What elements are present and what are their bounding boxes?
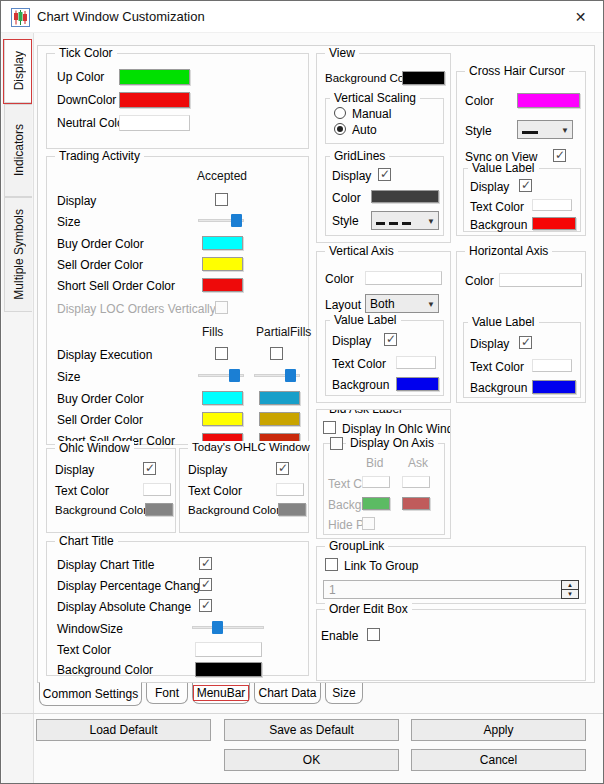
up-color-label: Up Color <box>57 70 104 84</box>
vaxis-vl-bg-swatch[interactable] <box>396 377 439 391</box>
group-haxis-value-label: Value Label Display Text Color Backgroun <box>463 322 581 398</box>
haxis-vl-bg-swatch[interactable] <box>532 380 576 394</box>
group-title-grouplink: GroupLink <box>325 539 388 553</box>
auto-radio-label: Auto <box>352 123 377 137</box>
group-title-vertical-axis: Vertical Axis <box>325 244 398 258</box>
dashed-line-icon <box>376 214 415 228</box>
cancel-button[interactable]: Cancel <box>411 749 586 771</box>
cross-vl-display-checkbox[interactable] <box>519 179 532 192</box>
haxis-vl-text-color-swatch[interactable] <box>532 359 572 372</box>
bid-bg-color-swatch <box>362 497 390 510</box>
vaxis-layout-value: Both <box>370 297 395 311</box>
ohlc-display-label: Display <box>55 463 94 477</box>
buy-order-color-swatch[interactable] <box>202 236 243 250</box>
group-title-vertical-scaling: Vertical Scaling <box>330 91 420 105</box>
spin-down-icon[interactable]: ▼ <box>562 590 578 599</box>
tab-common-settings[interactable]: Common Settings <box>39 682 142 706</box>
manual-radio[interactable] <box>334 107 346 119</box>
tab-font[interactable]: Font <box>146 683 188 704</box>
display-execution-partialfills-checkbox[interactable] <box>270 347 283 360</box>
accepted-column-header: Accepted <box>197 169 247 183</box>
display-accepted-checkbox[interactable] <box>215 193 228 206</box>
save-as-default-button[interactable]: Save as Default <box>224 719 399 741</box>
windowsize-slider[interactable] <box>192 621 264 634</box>
tab-chart-data[interactable]: Chart Data <box>254 683 321 704</box>
buy-partialfills-color-swatch[interactable] <box>259 391 300 405</box>
chart-window-customization-dialog: Chart Window Customization ✕ Display Ind… <box>0 0 604 784</box>
down-color-swatch[interactable] <box>119 92 190 108</box>
apply-button[interactable]: Apply <box>411 719 586 741</box>
vaxis-vl-text-color-swatch[interactable] <box>396 356 436 369</box>
auto-radio[interactable] <box>334 123 346 135</box>
sell-partialfills-color-swatch[interactable] <box>259 412 300 426</box>
group-cross-value-label: Value Label Display Text Color Backgroun <box>463 168 581 232</box>
today-text-color-swatch[interactable] <box>276 483 304 496</box>
ct-text-color-label: Text Color <box>57 643 111 657</box>
ohlc-bg-color-swatch[interactable] <box>145 503 173 516</box>
side-tab-display[interactable]: Display <box>4 39 32 103</box>
today-display-checkbox[interactable] <box>276 462 289 475</box>
haxis-vl-display-checkbox[interactable] <box>519 336 532 349</box>
spinner-buttons[interactable]: ▲ ▼ <box>561 580 579 599</box>
ct-text-color-swatch[interactable] <box>195 642 262 657</box>
vaxis-color-swatch[interactable] <box>365 271 442 285</box>
group-title-ohlc-window: Ohlc Window <box>55 441 134 455</box>
display-in-ohlc-checkbox[interactable] <box>323 421 336 434</box>
grid-color-swatch[interactable] <box>371 190 439 203</box>
size-fills-slider[interactable] <box>198 369 244 382</box>
close-button[interactable]: ✕ <box>558 1 603 32</box>
vaxis-vl-display-checkbox[interactable] <box>384 333 397 346</box>
short-sell-order-color-swatch[interactable] <box>202 278 243 292</box>
side-tab-indicators-label: Indicators <box>12 124 26 176</box>
tab-menubar[interactable]: MenuBar <box>192 683 250 704</box>
link-to-group-checkbox[interactable] <box>325 558 338 571</box>
cross-vl-bg-swatch[interactable] <box>532 217 576 230</box>
side-tab-display-label: Display <box>12 51 26 90</box>
group-number-spinner[interactable]: 1 ▲ ▼ <box>323 580 579 599</box>
grid-display-checkbox[interactable] <box>378 168 391 181</box>
ohlc-display-checkbox[interactable] <box>143 462 156 475</box>
side-tab-multiple-symbols[interactable]: Multiple Symbols <box>4 197 32 312</box>
group-title-haxis-value-label: Value Label <box>468 315 539 329</box>
view-bg-color-swatch[interactable] <box>402 71 445 85</box>
load-default-button[interactable]: Load Default <box>36 719 211 741</box>
group-trading-activity: Trading Activity Accepted Display Size B… <box>46 156 309 445</box>
buy-fills-color-swatch[interactable] <box>202 391 243 405</box>
display-on-axis-checkbox[interactable] <box>330 437 343 450</box>
enable-checkbox[interactable] <box>367 628 380 641</box>
display-percentage-change-checkbox[interactable] <box>199 578 212 591</box>
group-chart-title: Chart Title Display Chart Title Display … <box>46 541 309 676</box>
side-tab-indicators[interactable]: Indicators <box>4 104 32 197</box>
display-absolute-change-checkbox[interactable] <box>199 599 212 612</box>
cross-vl-display-label: Display <box>470 180 509 194</box>
size-partialfills-slider[interactable] <box>254 369 300 382</box>
ok-button[interactable]: OK <box>224 749 399 771</box>
ohlc-text-color-swatch[interactable] <box>143 483 171 496</box>
size-accepted-slider[interactable] <box>198 214 244 227</box>
size-label: Size <box>57 215 80 229</box>
neutral-color-swatch[interactable] <box>119 115 190 131</box>
tab-size[interactable]: Size <box>325 683 363 704</box>
ct-bg-color-swatch[interactable] <box>195 662 262 677</box>
sell-fills-color-swatch[interactable] <box>202 412 243 426</box>
group-todays-ohlc-window: Today's OHLC Window Display Text Color B… <box>179 448 309 533</box>
spin-up-icon[interactable]: ▲ <box>562 581 578 590</box>
button-area-separator <box>2 713 604 714</box>
window-title: Chart Window Customization <box>37 9 205 24</box>
buy-order-color2-label: Buy Order Color <box>57 392 144 406</box>
close-icon: ✕ <box>575 9 587 25</box>
up-color-swatch[interactable] <box>119 69 190 85</box>
display-execution-fills-checkbox[interactable] <box>215 347 228 360</box>
vaxis-layout-dropdown[interactable]: Both ▼ <box>365 294 439 313</box>
group-title-horizontal-axis: Horizontal Axis <box>465 244 552 258</box>
cross-color-swatch[interactable] <box>517 93 580 108</box>
display-chart-title-checkbox[interactable] <box>199 557 212 570</box>
grid-style-dropdown[interactable]: ▼ <box>371 211 439 230</box>
sell-order-color-swatch[interactable] <box>202 257 243 271</box>
cross-vl-bg-label: Backgroun <box>470 218 527 232</box>
today-bg-color-swatch[interactable] <box>278 503 306 516</box>
cross-vl-text-color-swatch[interactable] <box>532 199 572 211</box>
sync-on-view-checkbox[interactable] <box>553 149 566 162</box>
cross-style-dropdown[interactable]: ▼ <box>517 120 573 139</box>
haxis-color-swatch[interactable] <box>499 273 582 287</box>
